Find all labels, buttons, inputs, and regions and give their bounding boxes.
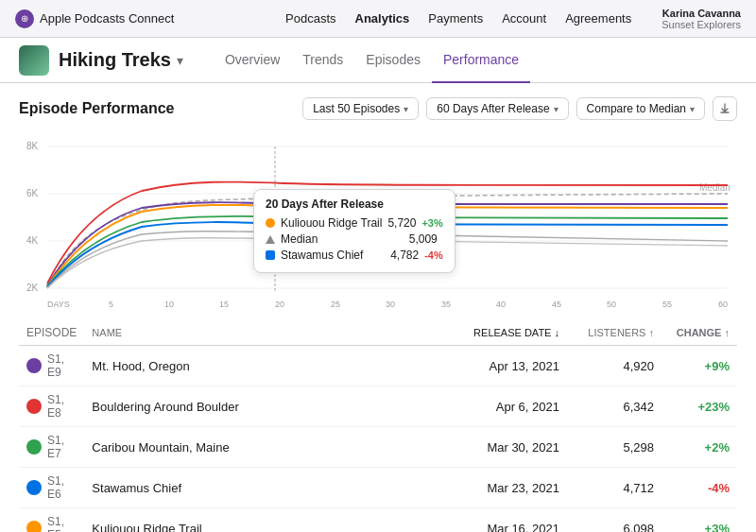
change-cell: +3% <box>662 508 737 533</box>
listeners-cell: 4,920 <box>567 346 662 386</box>
episode-name: Mt. Hood, Oregon <box>92 359 189 373</box>
change-cell: +9% <box>662 346 737 386</box>
podcast-dropdown-chevron[interactable]: ▾ <box>177 53 183 68</box>
svg-text:55: 55 <box>662 300 672 309</box>
export-button[interactable] <box>713 96 737 121</box>
episode-dot-icon <box>26 358 42 373</box>
tab-performance[interactable]: Performance <box>432 38 530 83</box>
filter-compare[interactable]: Compare to Median ▾ <box>576 97 705 120</box>
chart-tooltip: 20 Days After Release Kuliouou Ridge Tra… <box>253 189 455 273</box>
release-date-cell: Mar 30, 2021 <box>454 427 567 468</box>
tooltip-change-1: +3% <box>421 217 442 229</box>
table-row: S1, E7Caribou Mountain, MaineMar 30, 202… <box>19 427 737 468</box>
tooltip-name-3: Stawamus Chief <box>281 249 385 262</box>
nav-payments[interactable]: Payments <box>428 11 483 26</box>
episode-dot-icon <box>26 521 42 532</box>
table-header-row: EPISODE NAME RELEASE DATE ↓ LISTENERS ↑ … <box>19 320 737 346</box>
nav-account[interactable]: Account <box>502 11 546 26</box>
podcast-header: Hiking Treks ▾ Overview Trends Episodes … <box>0 38 756 83</box>
tooltip-row-2: Median 5,009 <box>266 232 443 246</box>
episode-label: S1, E9 <box>47 352 77 379</box>
episodes-table: EPISODE NAME RELEASE DATE ↓ LISTENERS ↑ … <box>19 320 737 532</box>
nav-user[interactable]: Karina Cavanna Sunset Explorers <box>662 8 741 30</box>
episode-cell: S1, E8 <box>19 386 84 427</box>
episode-label: S1, E5 <box>47 515 77 532</box>
episode-dot-icon <box>26 439 42 455</box>
section-header: Episode Performance Last 50 Episodes ▾ 6… <box>19 96 737 121</box>
svg-text:Median: Median <box>699 182 730 193</box>
release-date-cell: Mar 16, 2021 <box>454 508 567 533</box>
svg-text:8K: 8K <box>26 141 39 151</box>
svg-text:25: 25 <box>331 300 340 309</box>
svg-text:4K: 4K <box>26 235 39 246</box>
svg-text:15: 15 <box>219 300 229 309</box>
change-cell: +23% <box>662 386 737 427</box>
episode-label: S1, E8 <box>47 393 77 420</box>
tooltip-square-icon <box>266 250 275 260</box>
table-row: S1, E8Bouldering Around BoulderApr 6, 20… <box>19 386 737 427</box>
svg-text:20: 20 <box>275 300 284 309</box>
tab-trends[interactable]: Trends <box>291 38 354 83</box>
podcast-tabs: Overview Trends Episodes Performance <box>214 38 530 83</box>
episode-cell: S1, E9 <box>19 346 84 386</box>
table-row: S1, E9Mt. Hood, OregonApr 13, 20214,920+… <box>19 346 737 386</box>
nav-agreements[interactable]: Agreements <box>565 11 631 26</box>
episodes-table-container: EPISODE NAME RELEASE DATE ↓ LISTENERS ↑ … <box>19 320 737 532</box>
svg-text:6K: 6K <box>26 188 39 198</box>
logo-icon: ⊕ <box>15 9 34 28</box>
listeners-cell: 6,342 <box>567 386 662 427</box>
tooltip-value-3: 4,782 <box>390 249 419 262</box>
app-name: Apple Podcasts Connect <box>40 11 174 26</box>
tooltip-value-1: 5,720 <box>387 216 416 230</box>
podcast-thumbnail <box>19 45 49 76</box>
episode-dot-icon <box>26 480 42 495</box>
tooltip-title: 20 Days After Release <box>266 197 443 211</box>
listeners-cell: 5,298 <box>567 427 662 468</box>
tooltip-row-1: Kuliouou Ridge Trail 5,720 +3% <box>266 216 443 230</box>
episode-name: Stawamus Chief <box>92 481 181 495</box>
table-row: S1, E6Stawamus ChiefMar 23, 20214,712-4% <box>19 468 737 508</box>
svg-text:5: 5 <box>109 300 113 309</box>
filter-controls: Last 50 Episodes ▾ 60 Days After Release… <box>302 96 737 121</box>
col-episode: EPISODE <box>19 320 84 346</box>
change-cell: +2% <box>662 427 737 468</box>
nav-podcasts[interactable]: Podcasts <box>285 11 335 26</box>
filter-days[interactable]: 60 Days After Release ▾ <box>426 97 568 120</box>
svg-text:DAYS: DAYS <box>47 300 70 309</box>
tooltip-change-3: -4% <box>424 249 443 261</box>
episode-label: S1, E6 <box>47 474 77 501</box>
user-name: Karina Cavanna <box>662 8 741 19</box>
col-listeners[interactable]: LISTENERS ↑ <box>567 320 662 346</box>
tab-overview[interactable]: Overview <box>214 38 291 83</box>
filter-episodes[interactable]: Last 50 Episodes ▾ <box>302 97 419 120</box>
col-release-date[interactable]: RELEASE DATE ↓ <box>454 320 567 346</box>
tooltip-triangle-icon <box>266 235 275 244</box>
nav-links: Podcasts Analytics Payments Account Agre… <box>285 8 741 30</box>
user-subtitle: Sunset Explorers <box>662 19 741 30</box>
chart-area: 8K 6K 4K 2K DAYS 5 10 15 20 25 30 35 40 … <box>19 132 737 317</box>
col-change[interactable]: CHANGE ↑ <box>662 320 737 346</box>
table-row: S1, E5Kuliouou Ridge TrailMar 16, 20216,… <box>19 508 737 533</box>
nav-analytics[interactable]: Analytics <box>355 11 410 26</box>
podcast-title: Hiking Treks <box>59 49 171 71</box>
episode-name: Caribou Mountain, Maine <box>92 440 229 455</box>
chevron-down-icon: ▾ <box>404 104 408 114</box>
svg-text:60: 60 <box>718 300 728 309</box>
svg-text:40: 40 <box>496 300 506 309</box>
tooltip-name-2: Median <box>281 232 404 246</box>
section-title: Episode Performance <box>19 100 302 117</box>
tooltip-value-2: 5,009 <box>409 232 438 246</box>
episode-name: Bouldering Around Boulder <box>92 400 238 414</box>
svg-text:35: 35 <box>441 300 451 309</box>
episode-name-cell: Caribou Mountain, Maine <box>84 427 454 468</box>
episode-cell: S1, E7 <box>19 427 84 468</box>
tooltip-name-1: Kuliouou Ridge Trail <box>281 216 382 230</box>
svg-text:10: 10 <box>164 300 174 309</box>
svg-text:2K: 2K <box>26 283 39 293</box>
tab-episodes[interactable]: Episodes <box>354 38 432 83</box>
listeners-cell: 6,098 <box>567 508 662 533</box>
col-name: NAME <box>84 320 454 346</box>
chevron-down-icon: ▾ <box>690 104 695 114</box>
tooltip-circle-icon <box>266 218 275 228</box>
change-cell: -4% <box>662 468 737 508</box>
